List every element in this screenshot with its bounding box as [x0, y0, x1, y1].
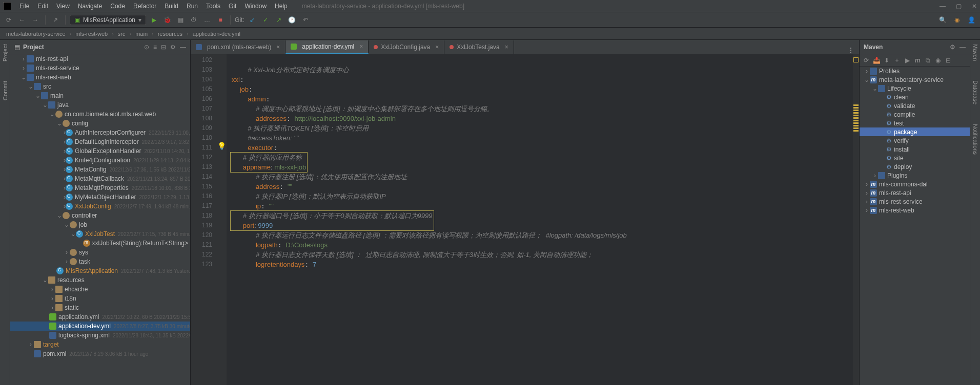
tree-item[interactable]: ›MyMetaObjectHandler2022/12/1 12:29, 1.1… — [10, 193, 190, 202]
maven-item[interactable]: ⚙compile — [860, 110, 970, 119]
toggle-skip-tests-icon[interactable]: ⧉ — [924, 57, 931, 64]
menu-build[interactable]: Build — [160, 3, 182, 10]
tree-item[interactable]: ›mls-rest-service — [10, 63, 190, 73]
tree-twisty-icon[interactable]: ⌄ — [71, 230, 76, 238]
tree-twisty-icon[interactable]: › — [864, 68, 870, 75]
maven-tree[interactable]: ›Profiles⌄mmeta-laboratory-service⌄Lifec… — [860, 67, 970, 385]
tree-twisty-icon[interactable]: › — [49, 304, 55, 311]
maven-item[interactable]: ⌄Lifecycle — [860, 84, 970, 93]
tree-twisty-icon[interactable]: › — [872, 172, 878, 179]
tab-close-icon[interactable]: × — [505, 44, 508, 51]
tree-twisty-icon[interactable]: › — [64, 249, 70, 256]
menu-code[interactable]: Code — [106, 3, 129, 10]
tab-close-icon[interactable]: × — [359, 43, 363, 50]
debug-icon[interactable]: 🐞 — [161, 14, 173, 26]
add-icon[interactable]: + — [893, 57, 901, 64]
tree-item[interactable]: ›static — [10, 303, 190, 312]
breadcrumb-item[interactable]: application-dev.yml — [191, 31, 242, 37]
tree-twisty-icon[interactable]: ⌄ — [64, 221, 70, 228]
minimize-icon[interactable]: — — [940, 3, 946, 10]
tree-twisty-icon[interactable]: ⌄ — [56, 212, 63, 219]
tree-twisty-icon[interactable]: › — [49, 286, 55, 293]
menu-edit[interactable]: Edit — [33, 3, 52, 10]
tree-item[interactable]: ⌄src — [10, 82, 190, 91]
menu-refactor[interactable]: Refactor — [129, 3, 160, 10]
tree-twisty-icon[interactable]: › — [864, 181, 870, 188]
tree-item[interactable]: ⌄cn.com.biometa.aiot.mls.rest.web — [10, 110, 190, 119]
tool-tab-commit[interactable]: Commit — [2, 79, 8, 102]
tree-twisty-icon[interactable]: ⌄ — [42, 101, 48, 109]
menu-view[interactable]: View — [52, 3, 74, 10]
maven-m-icon[interactable]: m — [914, 57, 921, 64]
project-tool-icon[interactable]: ▤ — [14, 44, 20, 51]
tree-twisty-icon[interactable]: › — [64, 258, 70, 265]
panel-settings-icon[interactable]: ⚙ — [170, 44, 176, 51]
editor-tab[interactable]: XxlJobConfig.java× — [369, 40, 444, 54]
git-push-icon[interactable]: ↗ — [273, 14, 284, 26]
tree-twisty-icon[interactable]: ⌄ — [42, 276, 48, 284]
tree-twisty-icon[interactable]: ⌄ — [864, 76, 870, 83]
tree-item[interactable]: ›task — [10, 257, 190, 266]
back-icon[interactable]: ← — [16, 14, 28, 26]
tree-twisty-icon[interactable]: ⌄ — [35, 92, 41, 99]
maven-item[interactable]: ›mmls-rest-api — [860, 188, 970, 197]
tree-item[interactable]: ›DefaultLoginInterceptor2022/12/3 9:17, … — [10, 137, 190, 146]
editor-tab[interactable]: XxlJobTest.java× — [444, 40, 514, 54]
expand-all-icon[interactable]: ≡ — [153, 44, 157, 51]
tree-twisty-icon[interactable]: › — [28, 341, 34, 348]
maven-item[interactable]: ⚙site — [860, 154, 970, 162]
tree-twisty-icon[interactable]: › — [864, 207, 870, 214]
open-icon[interactable]: ↗ — [50, 14, 61, 26]
menu-file[interactable]: File — [15, 3, 33, 10]
tree-twisty-icon[interactable]: › — [864, 198, 870, 205]
maven-item[interactable]: ›Profiles — [860, 67, 970, 75]
ide-settings-icon[interactable]: ◉ — [951, 14, 963, 26]
forward-icon[interactable]: → — [30, 14, 41, 26]
maven-item[interactable]: ›mmls-rest-web — [860, 206, 970, 215]
run-config-selector[interactable]: ▣ MlsRestApplication ▾ — [70, 15, 146, 25]
tree-twisty-icon[interactable]: ⌄ — [872, 85, 878, 92]
menu-tools[interactable]: Tools — [202, 3, 224, 10]
tree-item[interactable]: ›AuthInterceptorConfigurer2022/11/29 11:… — [10, 128, 190, 137]
breadcrumb-item[interactable]: resources — [156, 31, 185, 37]
tree-item[interactable]: ›MetaMqttCallback2022/11/21 13:24, 897 B… — [10, 174, 190, 183]
maven-item[interactable]: ⚙test — [860, 119, 970, 127]
collapse-icon[interactable]: ⊟ — [945, 57, 952, 64]
tree-twisty-icon[interactable]: ⌄ — [21, 74, 27, 81]
tree-item[interactable]: ›sys — [10, 248, 190, 257]
tree-item[interactable]: ⌄main — [10, 91, 190, 100]
inspection-warning-icon[interactable] — [853, 57, 859, 62]
select-opened-icon[interactable]: ⊙ — [144, 44, 149, 51]
collapse-all-icon[interactable]: ⊟ — [161, 44, 166, 51]
editor-tab[interactable]: application-dev.yml× — [285, 40, 369, 54]
git-update-icon[interactable]: ↙ — [247, 14, 258, 26]
error-stripe[interactable] — [853, 54, 859, 385]
project-tree[interactable]: ›mls-rest-api›mls-rest-service⌄mls-rest-… — [10, 54, 190, 385]
tree-twisty-icon[interactable]: ⌄ — [49, 111, 55, 118]
download-icon[interactable]: ⬇ — [883, 57, 890, 64]
run-icon[interactable]: ▶ — [148, 14, 159, 26]
editor-tab[interactable]: pom.xml (mls-rest-web)× — [191, 40, 285, 54]
tree-item[interactable]: ⌄mls-rest-web — [10, 73, 190, 82]
tree-item[interactable]: ›i18n — [10, 294, 190, 303]
menu-window[interactable]: Window — [240, 3, 271, 10]
tab-close-icon[interactable]: × — [276, 44, 280, 51]
code-editor[interactable]: # Xxl-Job分布式定时任务调度中心 xxl: job: admin: # … — [227, 54, 853, 385]
intention-bulb-icon[interactable]: 💡 — [216, 142, 227, 150]
tree-item[interactable]: ⌄java — [10, 100, 190, 110]
coverage-icon[interactable]: ▦ — [175, 14, 186, 26]
tree-item[interactable]: ›XxlJobConfig2022/12/7 17:49, 1.94 kB 48… — [10, 202, 190, 211]
stop-icon[interactable]: ■ — [215, 14, 226, 26]
search-icon[interactable]: 🔍 — [937, 14, 948, 26]
tool-tab-project[interactable]: Project — [2, 42, 8, 63]
tree-item[interactable]: ⌄config — [10, 119, 190, 128]
run-maven-icon[interactable]: ▶ — [904, 57, 911, 64]
attach-icon[interactable]: … — [201, 14, 213, 26]
avatar-icon[interactable]: 👤 — [966, 14, 977, 26]
tree-twisty-icon[interactable]: › — [21, 55, 27, 62]
git-history-icon[interactable]: 🕐 — [287, 14, 298, 26]
tree-item[interactable]: ›target — [10, 340, 190, 349]
tree-item[interactable]: ›ehcache — [10, 285, 190, 294]
maven-item[interactable]: ⚙install — [860, 145, 970, 154]
tabs-more-icon[interactable]: ⋮ — [843, 47, 859, 54]
